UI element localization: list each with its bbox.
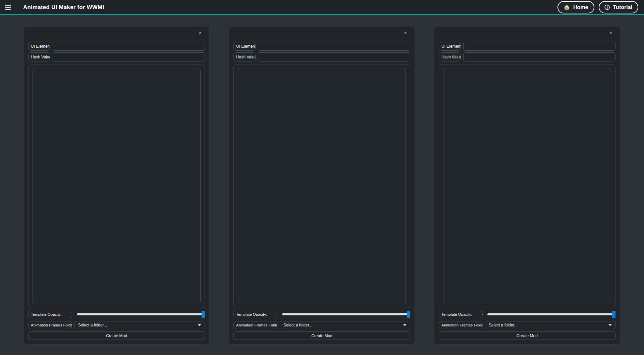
chevron-down-icon xyxy=(198,324,201,326)
topbar: Animated UI Maker for WWMI 🏠 Home ⓘ Tuto… xyxy=(0,0,644,15)
select-value: Select a folder... xyxy=(283,323,312,327)
template-preview-frame xyxy=(439,64,615,308)
animation-frames-folder-select[interactable]: Select a folder... xyxy=(280,321,410,329)
slider-thumb[interactable] xyxy=(407,311,410,318)
menu-bar xyxy=(5,5,11,6)
template-opacity-label: Template Opacity: xyxy=(439,311,483,318)
animation-frames-folder-label: Animation Frames Folder: xyxy=(233,321,277,329)
animation-frames-row: Animation Frames Folder: Select a folder… xyxy=(233,321,410,329)
ui-element-row: UI Element: xyxy=(439,42,615,51)
select-value: Select a folder... xyxy=(78,323,107,327)
create-mod-button[interactable]: Create Mod xyxy=(233,331,410,340)
chevron-down-icon xyxy=(403,324,407,326)
slider-thumb[interactable] xyxy=(612,311,615,318)
template-opacity-slider[interactable] xyxy=(487,311,615,318)
ui-element-input[interactable] xyxy=(463,42,615,51)
hash-value-label: Hash Value: xyxy=(233,52,256,61)
info-icon: ⓘ xyxy=(605,5,610,10)
select-value: Select a folder... xyxy=(489,323,518,327)
slider-thumb[interactable] xyxy=(202,311,205,318)
hash-value-input[interactable] xyxy=(258,52,410,61)
close-icon[interactable]: ✕ xyxy=(403,31,408,35)
mod-panel-3: ✕ UI Element: Hash Value: Template Opaci… xyxy=(434,26,620,345)
mod-panel-2: ✕ UI Element: Hash Value: Template Opaci… xyxy=(229,26,415,345)
home-button[interactable]: 🏠 Home xyxy=(557,1,594,13)
topbar-actions: 🏠 Home ⓘ Tutorial xyxy=(557,1,638,13)
menu-bar xyxy=(5,7,11,8)
hash-value-row: Hash Value: xyxy=(28,52,205,61)
hash-value-row: Hash Value: xyxy=(439,52,615,61)
home-icon: 🏠 xyxy=(564,5,570,10)
template-preview-frame xyxy=(233,64,410,308)
close-icon[interactable]: ✕ xyxy=(608,31,613,35)
template-preview-frame xyxy=(28,64,205,308)
hash-value-input[interactable] xyxy=(53,52,205,61)
hash-value-row: Hash Value: xyxy=(233,52,410,61)
page-title: Animated UI Maker for WWMI xyxy=(23,4,104,11)
home-button-label: Home xyxy=(573,4,588,10)
animation-frames-folder-label: Animation Frames Folder: xyxy=(439,321,483,329)
animation-frames-folder-select[interactable]: Select a folder... xyxy=(74,321,205,329)
slider-track xyxy=(282,313,410,315)
chevron-down-icon xyxy=(608,324,612,326)
panel-header: ✕ xyxy=(28,29,205,37)
ui-element-input[interactable] xyxy=(53,42,205,51)
panels-container: ✕ UI Element: Hash Value: Template Opaci… xyxy=(0,15,644,345)
create-mod-button[interactable]: Create Mod xyxy=(28,331,205,340)
ui-element-label: UI Element: xyxy=(439,42,461,51)
mod-panel-1: ✕ UI Element: Hash Value: Template Opaci… xyxy=(23,26,210,345)
hash-value-input[interactable] xyxy=(463,52,615,61)
template-preview-canvas[interactable] xyxy=(238,68,406,304)
slider-track xyxy=(77,313,205,315)
slider-track xyxy=(487,313,615,315)
ui-element-row: UI Element: xyxy=(28,42,205,51)
animation-frames-row: Animation Frames Folder: Select a folder… xyxy=(439,321,615,329)
animation-frames-folder-select[interactable]: Select a folder... xyxy=(485,321,615,329)
template-opacity-slider[interactable] xyxy=(282,311,410,318)
template-preview-canvas[interactable] xyxy=(33,68,201,304)
template-opacity-label: Template Opacity: xyxy=(28,311,72,318)
close-icon[interactable]: ✕ xyxy=(198,31,203,35)
panel-header: ✕ xyxy=(233,29,410,37)
template-preview-canvas[interactable] xyxy=(443,68,611,304)
create-mod-button[interactable]: Create Mod xyxy=(439,331,615,340)
tutorial-button-label: Tutorial xyxy=(613,4,632,10)
template-opacity-row: Template Opacity: xyxy=(233,311,410,318)
animation-frames-folder-label: Animation Frames Folder: xyxy=(28,321,72,329)
template-opacity-row: Template Opacity: xyxy=(439,311,615,318)
template-opacity-slider[interactable] xyxy=(77,311,205,318)
hash-value-label: Hash Value: xyxy=(439,52,461,61)
animation-frames-row: Animation Frames Folder: Select a folder… xyxy=(28,321,205,329)
template-opacity-row: Template Opacity: xyxy=(28,311,205,318)
template-opacity-label: Template Opacity: xyxy=(233,311,277,318)
menu-bar xyxy=(5,9,11,10)
ui-element-label: UI Element: xyxy=(233,42,256,51)
menu-icon[interactable] xyxy=(5,2,15,12)
tutorial-button[interactable]: ⓘ Tutorial xyxy=(599,1,638,13)
panel-header: ✕ xyxy=(439,29,615,37)
hash-value-label: Hash Value: xyxy=(28,52,50,61)
ui-element-label: UI Element: xyxy=(28,42,50,51)
ui-element-row: UI Element: xyxy=(233,42,410,51)
ui-element-input[interactable] xyxy=(258,42,410,51)
